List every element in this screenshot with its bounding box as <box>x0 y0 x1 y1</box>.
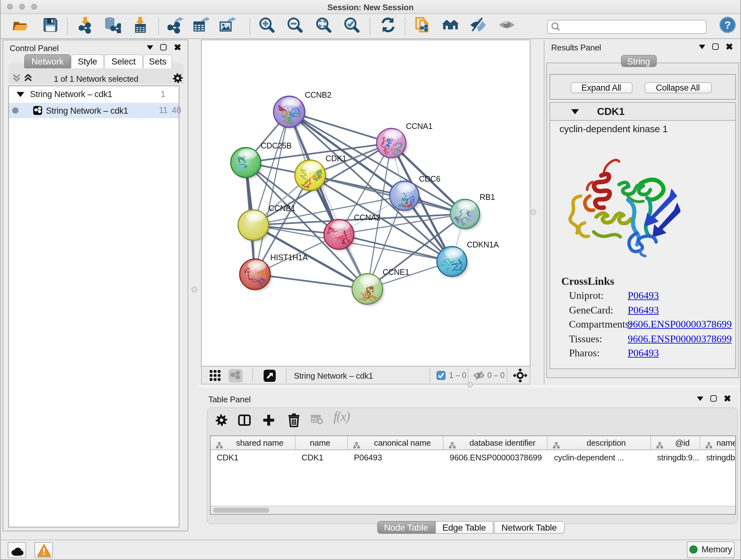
svg-text:CDK1: CDK1 <box>325 154 346 163</box>
svg-text:?: ? <box>724 19 731 31</box>
svg-text:HIST1H1A: HIST1H1A <box>270 253 308 262</box>
svg-text:CCNE1: CCNE1 <box>382 267 409 276</box>
svg-text:CCNA2: CCNA2 <box>354 213 380 222</box>
svg-text:CDKN1A: CDKN1A <box>467 240 498 249</box>
svg-text:CCNB1: CCNB1 <box>268 204 295 212</box>
svg-text:CCNA1: CCNA1 <box>406 122 432 131</box>
svg-text:CCNB2: CCNB2 <box>305 90 331 99</box>
svg-text:RB1: RB1 <box>479 192 495 201</box>
svg-text:CDC6: CDC6 <box>419 174 440 183</box>
svg-text:CDC25B: CDC25B <box>260 141 291 150</box>
